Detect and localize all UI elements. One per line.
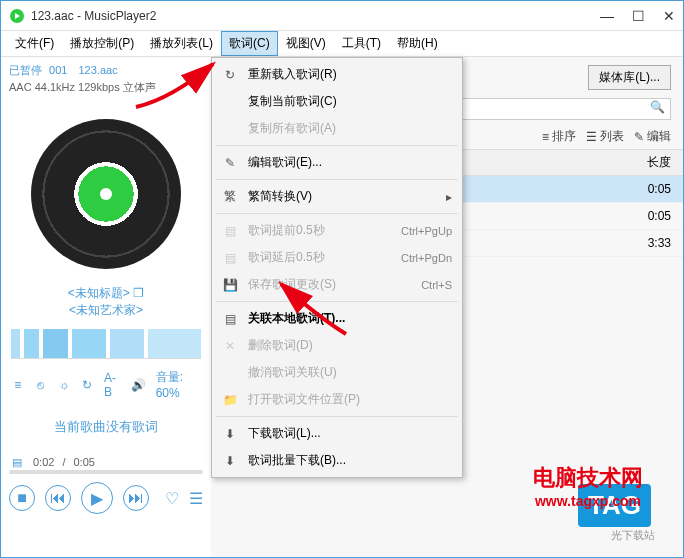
- ab-repeat[interactable]: A-B: [104, 371, 121, 399]
- edit-button[interactable]: ✎ 编辑: [634, 128, 671, 145]
- disc-icon: [31, 119, 181, 269]
- link-icon: ▤: [222, 312, 238, 326]
- favorite-icon[interactable]: ♡: [165, 489, 179, 508]
- save-icon: 💾: [222, 278, 238, 292]
- next-button[interactable]: ⏭: [123, 485, 149, 511]
- copy-icon[interactable]: ❐: [133, 286, 144, 300]
- watermark-text: 电脑技术网 www.tagxp.com: [533, 463, 643, 509]
- down-icon: ▤: [222, 251, 238, 265]
- col-length: 长度: [611, 154, 671, 171]
- close-button[interactable]: ✕: [663, 8, 675, 24]
- play-button[interactable]: ▶: [81, 482, 113, 514]
- sort-button[interactable]: ≡ 排序: [542, 128, 576, 145]
- dd-edit-lyrics[interactable]: ✎编辑歌词(E)...: [212, 149, 462, 176]
- dd-batch-download[interactable]: ⬇歌词批量下载(B)...: [212, 447, 462, 474]
- delete-icon: ✕: [222, 339, 238, 353]
- dd-open-location: 📁打开歌词文件位置(P): [212, 386, 462, 413]
- refresh-icon[interactable]: ↻: [81, 377, 94, 393]
- app-icon: [9, 8, 25, 24]
- shirt-icon[interactable]: ⎋: [34, 377, 47, 393]
- window-title: 123.aac - MusicPlayer2: [31, 9, 600, 23]
- search-icon[interactable]: 🔍: [650, 100, 665, 114]
- refresh-icon: ↻: [222, 68, 238, 82]
- menu-lyrics[interactable]: 歌词(C): [221, 31, 278, 56]
- dd-convert[interactable]: 繁繁简转换(V): [212, 183, 462, 210]
- play-state: 已暂停: [9, 64, 42, 76]
- stop-button[interactable]: ■: [9, 485, 35, 511]
- time-total: 0:05: [73, 456, 94, 468]
- status-line: 已暂停 001 123.aac: [9, 63, 203, 78]
- progress-bar[interactable]: [9, 470, 203, 474]
- minimize-button[interactable]: —: [600, 8, 614, 24]
- dd-reload-lyrics[interactable]: ↻重新载入歌词(R): [212, 61, 462, 88]
- up-icon: ▤: [222, 224, 238, 238]
- playlist-icon[interactable]: ☰: [189, 489, 203, 508]
- audio-info: AAC 44.1kHz 129kbps 立体声: [9, 80, 203, 95]
- equalizer-icon[interactable]: ≡: [11, 377, 24, 393]
- dd-undo-link: 撤消歌词关联(U): [212, 359, 462, 386]
- menu-view[interactable]: 视图(V): [278, 31, 334, 56]
- list-view-button[interactable]: ☰ 列表: [586, 128, 624, 145]
- spectrum-visualizer: [11, 329, 201, 359]
- dd-download[interactable]: ⬇下载歌词(L)...: [212, 420, 462, 447]
- dd-copy-all: 复制所有歌词(A): [212, 115, 462, 142]
- dd-delay: ▤歌词延后0.5秒Ctrl+PgDn: [212, 244, 462, 271]
- album-art: [31, 119, 181, 269]
- media-library-button[interactable]: 媒体库(L)...: [588, 65, 671, 90]
- lyric-status: 当前歌曲没有歌词: [9, 418, 203, 436]
- dd-link-local[interactable]: ▤关联本地歌词(T)...: [212, 305, 462, 332]
- download-icon: ⬇: [222, 454, 238, 468]
- menu-file[interactable]: 文件(F): [7, 31, 62, 56]
- menu-playlist[interactable]: 播放列表(L): [142, 31, 221, 56]
- track-filename: 123.aac: [78, 64, 117, 76]
- download-icon: ⬇: [222, 427, 238, 441]
- volume-label: 音量: 60%: [156, 369, 201, 400]
- folder-icon: 📁: [222, 393, 238, 407]
- dd-copy-current[interactable]: 复制当前歌词(C): [212, 88, 462, 115]
- lyrics-dropdown: ↻重新载入歌词(R) 复制当前歌词(C) 复制所有歌词(A) ✎编辑歌词(E).…: [211, 57, 463, 478]
- watermark-site: 光下载站: [611, 528, 655, 543]
- dd-advance: ▤歌词提前0.5秒Ctrl+PgUp: [212, 217, 462, 244]
- effect-icon[interactable]: ☼: [58, 377, 71, 393]
- track-title: <未知标题> ❐: [9, 285, 203, 302]
- menu-help[interactable]: 帮助(H): [389, 31, 446, 56]
- menu-playback[interactable]: 播放控制(P): [62, 31, 142, 56]
- volume-icon[interactable]: 🔊: [131, 377, 146, 393]
- menubar: 文件(F) 播放控制(P) 播放列表(L) 歌词(C) 视图(V) 工具(T) …: [1, 31, 683, 57]
- dd-save: 💾保存歌词更改(S)Ctrl+S: [212, 271, 462, 298]
- convert-icon: 繁: [222, 188, 238, 205]
- player-panel: 已暂停 001 123.aac AAC 44.1kHz 129kbps 立体声 …: [1, 57, 211, 557]
- maximize-button[interactable]: ☐: [632, 8, 645, 24]
- prev-button[interactable]: ⏮: [45, 485, 71, 511]
- lyric-indicator-icon: ▤: [9, 454, 25, 470]
- edit-icon: ✎: [222, 156, 238, 170]
- dd-delete: ✕删除歌词(D): [212, 332, 462, 359]
- track-number: 001: [49, 64, 67, 76]
- time-elapsed: 0:02: [33, 456, 54, 468]
- track-artist: <未知艺术家>: [9, 302, 203, 319]
- menu-tools[interactable]: 工具(T): [334, 31, 389, 56]
